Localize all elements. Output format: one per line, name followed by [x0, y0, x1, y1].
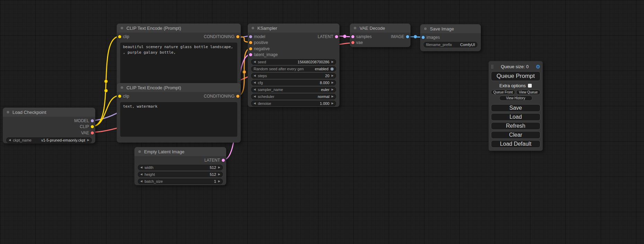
height-widget[interactable]: ◀ height 512 ▶ — [138, 172, 223, 177]
increment-arrow-icon[interactable]: ▶ — [332, 81, 334, 84]
collapse-dot[interactable] — [251, 26, 255, 30]
denoise-widget[interactable]: ◀ denoise 1.000 ▶ — [251, 101, 336, 106]
port-row: CLIP — [3, 124, 95, 130]
node-graph-canvas[interactable]: Load Checkpoint MODEL CLIP VAE ◀ ckpt_na… — [0, 0, 644, 244]
decrement-arrow-icon[interactable]: ◀ — [140, 173, 142, 176]
queue-front-button[interactable]: Queue Front — [491, 90, 515, 95]
batch-size-widget[interactable]: ◀ batch_size 1 ▶ — [138, 179, 223, 184]
latent-output-port[interactable] — [335, 35, 338, 38]
extra-options-label: Extra options — [500, 83, 526, 88]
refresh-button[interactable]: Refresh — [491, 122, 540, 130]
gear-icon[interactable]: ⚙ — [536, 64, 540, 69]
node-title-bar[interactable]: Load Checkpoint — [3, 108, 95, 117]
increment-arrow-icon[interactable]: ▶ — [218, 166, 220, 169]
random-seed-toggle-widget[interactable]: Random seed after every gen enabled — [251, 66, 336, 72]
model-input-port[interactable] — [249, 35, 252, 38]
clip-output-port[interactable] — [91, 125, 94, 128]
node-clip-text-encode-negative[interactable]: CLIP Text Encode (Prompt) clip CONDITION… — [117, 83, 241, 143]
negative-input-port[interactable] — [249, 47, 252, 50]
load-default-button[interactable]: Load Default — [491, 140, 540, 148]
load-button[interactable]: Load — [491, 113, 540, 121]
queue-prompt-button[interactable]: Queue Prompt — [491, 71, 540, 81]
sampler-name-widget[interactable]: ◀ sampler_name euler ▶ — [251, 87, 336, 92]
ckpt-name-widget[interactable]: ◀ ckpt_name v1-5-pruned-emaonly.ckpt ▶ — [6, 137, 92, 143]
widget-label: sampler_name — [258, 88, 283, 92]
vae-input-port[interactable] — [351, 41, 354, 44]
collapse-dot[interactable] — [120, 86, 124, 89]
link-dot — [104, 89, 108, 92]
view-queue-button[interactable]: View Queue — [516, 90, 540, 95]
port-row: model LATENT — [248, 34, 339, 40]
widget-value: 8.000 — [320, 81, 329, 85]
seed-widget[interactable]: ◀ seed 156680208700286 ▶ — [251, 59, 336, 65]
node-empty-latent-image[interactable]: Empty Latent Image LATENT ◀ width 512 ▶ … — [134, 147, 226, 185]
conditioning-output-port[interactable] — [236, 35, 239, 38]
increment-arrow-icon[interactable]: ▶ — [332, 74, 334, 77]
conditioning-output-port[interactable] — [236, 94, 239, 98]
samples-input-port[interactable] — [351, 35, 354, 38]
node-title-label: VAE Decode — [360, 26, 385, 31]
increment-arrow-icon[interactable]: ▶ — [332, 61, 334, 63]
node-title-label: Load Checkpoint — [12, 110, 46, 115]
queue-controls-row: Queue Front View Queue — [491, 90, 540, 95]
increment-arrow-icon[interactable]: ▶ — [218, 173, 220, 176]
model-output-label: MODEL — [74, 118, 89, 123]
widget-value: 512 — [210, 172, 216, 177]
increment-arrow-icon[interactable]: ▶ — [87, 139, 89, 142]
extra-options-checkbox[interactable] — [528, 84, 532, 88]
increment-arrow-icon[interactable]: ▶ — [332, 88, 334, 91]
decrement-arrow-icon[interactable]: ◀ — [140, 166, 142, 169]
collapse-dot[interactable] — [120, 26, 124, 30]
node-save-image[interactable]: Save Image images filename_prefix ComfyU… — [420, 24, 481, 51]
collapse-dot[interactable] — [138, 150, 141, 153]
latent-image-input-port[interactable] — [249, 53, 252, 56]
positive-input-port[interactable] — [249, 41, 252, 44]
collapse-dot[interactable] — [6, 110, 10, 114]
toggle-indicator[interactable] — [330, 67, 334, 71]
increment-arrow-icon[interactable]: ▶ — [332, 95, 334, 98]
decrement-arrow-icon[interactable]: ◀ — [254, 95, 256, 98]
clip-input-port[interactable] — [118, 35, 121, 38]
latent-output-port[interactable] — [222, 159, 225, 162]
filename-prefix-widget[interactable]: filename_prefix ComfyUI — [424, 42, 477, 47]
decrement-arrow-icon[interactable]: ◀ — [140, 180, 142, 183]
prompt-text-area[interactable]: beautiful scenery nature glass bottle la… — [120, 43, 237, 88]
width-widget[interactable]: ◀ width 512 ▶ — [138, 165, 223, 170]
port-row: VAE — [3, 130, 95, 136]
model-output-port[interactable] — [91, 119, 94, 122]
widget-value: ComfyUI — [460, 43, 475, 47]
decrement-arrow-icon[interactable]: ◀ — [254, 61, 256, 63]
collapse-dot[interactable] — [424, 27, 427, 30]
node-load-checkpoint[interactable]: Load Checkpoint MODEL CLIP VAE ◀ ckpt_na… — [3, 108, 95, 143]
decrement-arrow-icon[interactable]: ◀ — [9, 139, 11, 142]
increment-arrow-icon[interactable]: ▶ — [218, 180, 220, 183]
images-input-port[interactable] — [422, 36, 425, 39]
save-button[interactable]: Save — [491, 104, 540, 112]
node-title-bar[interactable]: KSampler — [248, 24, 339, 33]
clear-button[interactable]: Clear — [491, 131, 540, 139]
drag-handle-icon[interactable]: ⣿ — [491, 65, 494, 69]
node-title-bar[interactable]: CLIP Text Encode (Prompt) — [117, 24, 241, 33]
node-ksampler[interactable]: KSampler model LATENT positive negative … — [248, 24, 339, 107]
collapse-dot[interactable] — [353, 26, 357, 30]
clip-input-port[interactable] — [118, 94, 121, 98]
decrement-arrow-icon[interactable]: ◀ — [254, 74, 256, 77]
prompt-text-area[interactable]: text, watermark — [120, 102, 237, 137]
view-history-button[interactable]: View History — [499, 96, 532, 101]
increment-arrow-icon[interactable]: ▶ — [332, 102, 334, 105]
scheduler-widget[interactable]: ◀ scheduler normal ▶ — [251, 94, 336, 99]
node-vae-decode[interactable]: VAE Decode samples IMAGE vae — [350, 24, 411, 47]
node-title-bar[interactable]: VAE Decode — [350, 24, 411, 33]
node-title-bar[interactable]: Save Image — [420, 24, 481, 33]
negative-input-label: negative — [254, 46, 270, 51]
node-title-bar[interactable]: CLIP Text Encode (Prompt) — [117, 83, 241, 92]
vae-output-port[interactable] — [91, 131, 94, 134]
steps-widget[interactable]: ◀ steps 20 ▶ — [251, 73, 336, 79]
image-output-port[interactable] — [406, 35, 409, 38]
cfg-widget[interactable]: ◀ cfg 8.000 ▶ — [251, 80, 336, 85]
node-title-bar[interactable]: Empty Latent Image — [134, 147, 226, 156]
node-title-label: CLIP Text Encode (Prompt) — [126, 26, 181, 31]
decrement-arrow-icon[interactable]: ◀ — [254, 88, 256, 91]
decrement-arrow-icon[interactable]: ◀ — [254, 81, 256, 84]
decrement-arrow-icon[interactable]: ◀ — [254, 102, 256, 105]
